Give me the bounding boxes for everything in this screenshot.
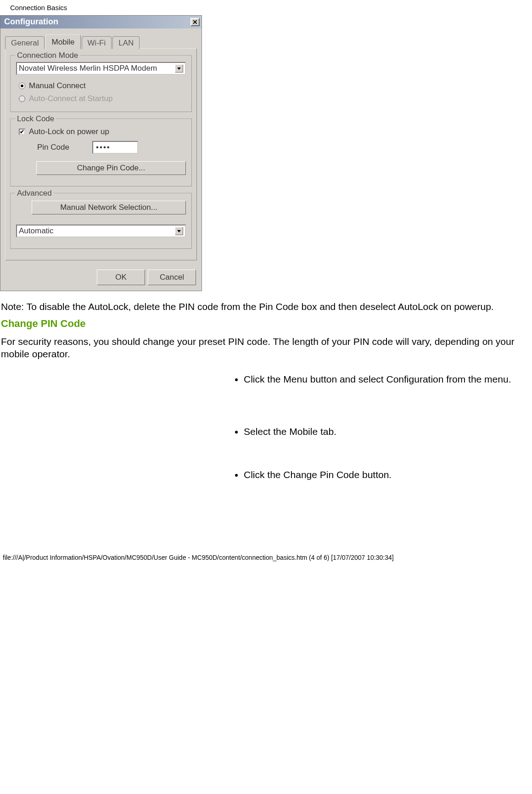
ok-button[interactable]: OK xyxy=(97,270,145,285)
chevron-down-icon xyxy=(175,227,183,235)
close-icon[interactable]: ✕ xyxy=(190,18,200,26)
radio-icon xyxy=(19,83,25,89)
chevron-down-icon xyxy=(175,64,183,73)
legend-connection-mode: Connection Mode xyxy=(15,51,80,60)
tab-lan[interactable]: LAN xyxy=(112,36,140,49)
fieldset-lock-code: Lock Code Auto-Lock on power up Pin Code… xyxy=(10,118,192,186)
pin-code-input[interactable]: •••• xyxy=(92,141,138,154)
change-pin-button[interactable]: Change Pin Code... xyxy=(36,161,186,175)
dialog-titlebar: Configuration ✕ xyxy=(0,16,202,28)
dialog-title: Configuration xyxy=(4,17,58,27)
tab-row: General Mobile Wi-Fi LAN xyxy=(5,34,197,49)
radio-manual-label: Manual Connect xyxy=(29,81,86,90)
modem-dropdown-value: Novatel Wireless Merlin HSDPA Modem xyxy=(19,64,157,73)
tab-panel-mobile: Connection Mode Novatel Wireless Merlin … xyxy=(5,48,197,260)
body-content: Note: To disable the AutoLock, delete th… xyxy=(0,300,532,360)
tab-wifi[interactable]: Wi-Fi xyxy=(82,36,112,49)
modem-dropdown[interactable]: Novatel Wireless Merlin HSDPA Modem xyxy=(16,62,186,75)
steps-list: Click the Menu button and select Configu… xyxy=(0,374,532,480)
manual-network-button[interactable]: Manual Network Selection... xyxy=(32,201,186,214)
autolock-label: Auto-Lock on power up xyxy=(29,127,109,136)
legend-lock-code: Lock Code xyxy=(15,114,56,124)
advanced-mode-dropdown[interactable]: Automatic xyxy=(16,225,186,237)
fieldset-advanced: Advanced Manual Network Selection... Aut… xyxy=(10,193,192,249)
radio-icon xyxy=(19,96,25,102)
advanced-mode-value: Automatic xyxy=(19,226,54,236)
checkbox-icon xyxy=(19,129,25,135)
radio-auto-connect[interactable]: Auto-Connect at Startup xyxy=(16,92,186,105)
intro-text: For security reasons, you should change … xyxy=(1,335,531,360)
page-header: Connection Basics xyxy=(0,0,532,15)
pin-code-label: Pin Code xyxy=(37,143,92,152)
fieldset-connection-mode: Connection Mode Novatel Wireless Merlin … xyxy=(10,55,192,112)
radio-auto-label: Auto-Connect at Startup xyxy=(29,94,112,103)
footer-path: file:///A|/Product Information/HSPA/Ovat… xyxy=(0,480,532,566)
checkbox-autolock[interactable]: Auto-Lock on power up xyxy=(16,125,186,138)
radio-manual-connect[interactable]: Manual Connect xyxy=(16,79,186,92)
configuration-dialog: Configuration ✕ General Mobile Wi-Fi LAN… xyxy=(0,15,202,291)
legend-advanced: Advanced xyxy=(15,189,54,198)
step-item: Click the Change Pin Code button. xyxy=(244,469,532,480)
heading-change-pin: Change PIN Code xyxy=(1,317,531,331)
step-item: Click the Menu button and select Configu… xyxy=(244,374,532,385)
tab-general[interactable]: General xyxy=(5,36,45,49)
cancel-button[interactable]: Cancel xyxy=(148,270,196,285)
note-text: Note: To disable the AutoLock, delete th… xyxy=(1,300,531,313)
tab-mobile[interactable]: Mobile xyxy=(45,34,80,49)
step-item: Select the Mobile tab. xyxy=(244,426,532,437)
